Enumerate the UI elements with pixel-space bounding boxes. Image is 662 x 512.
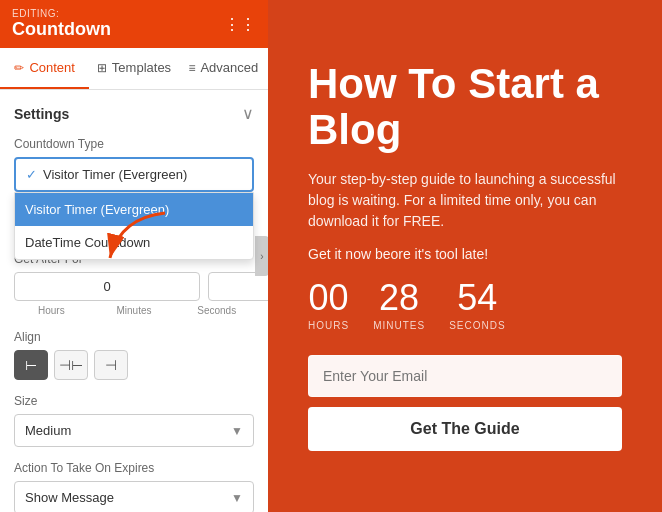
right-panel: How To Start a Blog Your step-by-step gu… (268, 0, 662, 512)
size-dropdown-arrow: ▼ (231, 424, 243, 438)
countdown-hours-value: 00 (308, 280, 349, 316)
advanced-tab-icon: ≡ (188, 61, 195, 75)
seconds-label: Seconds (179, 305, 254, 316)
check-icon: ✓ (26, 167, 37, 182)
dropdown-option-datetime[interactable]: DateTime Countdown (15, 226, 253, 259)
panel-tabs: ✏ Content ⊞ Templates ≡ Advanced (0, 48, 268, 90)
minutes-input[interactable] (208, 272, 268, 301)
email-input[interactable] (308, 355, 622, 397)
blog-description: Your step-by-step guide to launching a s… (308, 169, 622, 232)
action-label: Action To Take On Expires (14, 461, 254, 475)
left-panel: EDITING: Countdown ⋮⋮ ✏ Content ⊞ Templa… (0, 0, 268, 512)
align-label: Align (14, 330, 254, 344)
countdown-seconds-label: SECONDS (449, 320, 505, 331)
minutes-label: Minutes (97, 305, 172, 316)
countdown-type-dropdown[interactable]: ✓ Visitor Timer (Evergreen) Visitor Time… (14, 157, 254, 192)
section-header: Settings ∨ (14, 104, 254, 123)
panel-header: EDITING: Countdown ⋮⋮ (0, 0, 268, 48)
countdown-type-label: Countdown Type (14, 137, 254, 151)
panel-header-left: EDITING: Countdown (12, 8, 111, 40)
section-toggle-icon[interactable]: ∨ (242, 104, 254, 123)
size-section: Size Medium ▼ (14, 394, 254, 447)
hours-label: Hours (14, 305, 89, 316)
action-dropdown-arrow: ▼ (231, 491, 243, 505)
tab-templates[interactable]: ⊞ Templates (89, 48, 178, 89)
get-guide-button[interactable]: Get The Guide (308, 407, 622, 451)
dropdown-option-visitor[interactable]: Visitor Timer (Evergreen) (15, 193, 253, 226)
content-tab-icon: ✏ (14, 61, 24, 75)
timer-row (14, 272, 254, 301)
countdown-row: 00 HOURS 28 MINUTES 54 SECONDS (308, 280, 622, 331)
align-buttons: ⊢ ⊣⊢ ⊣ (14, 350, 254, 380)
tab-advanced[interactable]: ≡ Advanced (179, 48, 268, 89)
tab-content[interactable]: ✏ Content (0, 48, 89, 89)
size-label: Size (14, 394, 254, 408)
tab-advanced-label: Advanced (200, 60, 258, 75)
dropdown-current-value: Visitor Timer (Evergreen) (43, 167, 187, 182)
section-title: Settings (14, 106, 69, 122)
countdown-minutes: 28 MINUTES (373, 280, 425, 331)
dots-grid-icon[interactable]: ⋮⋮ (224, 15, 256, 34)
tab-content-label: Content (29, 60, 75, 75)
dropdown-menu: Visitor Timer (Evergreen) DateTime Count… (14, 192, 254, 260)
countdown-hours-label: HOURS (308, 320, 349, 331)
countdown-hours: 00 HOURS (308, 280, 349, 331)
blog-cta-text: Get it now beore it's tool late! (308, 246, 622, 262)
align-left-button[interactable]: ⊢ (14, 350, 48, 380)
size-dropdown[interactable]: Medium ▼ (14, 414, 254, 447)
countdown-minutes-label: MINUTES (373, 320, 425, 331)
align-right-button[interactable]: ⊣ (94, 350, 128, 380)
hours-input[interactable] (14, 272, 200, 301)
countdown-seconds: 54 SECONDS (449, 280, 505, 331)
countdown-minutes-value: 28 (373, 280, 425, 316)
editing-label: EDITING: (12, 8, 111, 19)
panel-body: Settings ∨ Countdown Type ✓ Visitor Time… (0, 90, 268, 512)
size-value: Medium (25, 423, 71, 438)
align-section: Align ⊢ ⊣⊢ ⊣ (14, 330, 254, 380)
templates-tab-icon: ⊞ (97, 61, 107, 75)
action-dropdown[interactable]: Show Message ▼ (14, 481, 254, 512)
timer-labels: Hours Minutes Seconds (14, 305, 254, 316)
collapse-handle[interactable]: › (255, 236, 268, 276)
action-value: Show Message (25, 490, 114, 505)
action-section: Action To Take On Expires Show Message ▼ (14, 461, 254, 512)
blog-title: How To Start a Blog (308, 61, 622, 153)
dropdown-selected-value[interactable]: ✓ Visitor Timer (Evergreen) (14, 157, 254, 192)
panel-title: Countdown (12, 19, 111, 40)
right-content: How To Start a Blog Your step-by-step gu… (308, 61, 622, 451)
countdown-seconds-value: 54 (449, 280, 505, 316)
align-center-button[interactable]: ⊣⊢ (54, 350, 88, 380)
tab-templates-label: Templates (112, 60, 171, 75)
